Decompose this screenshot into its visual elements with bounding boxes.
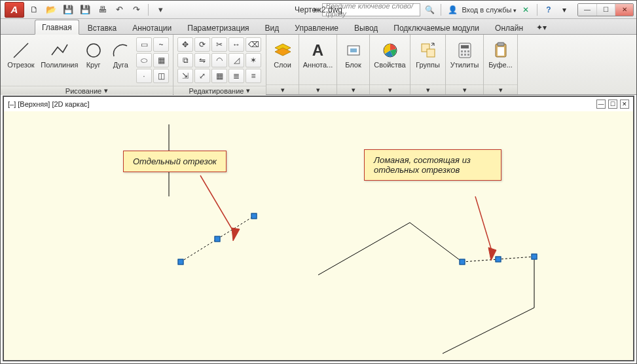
viewport-header: [–] [Верхняя] [2D каркас] — ☐ ✕ <box>4 97 633 111</box>
color-wheel-icon <box>380 40 401 61</box>
svg-rect-5 <box>350 48 357 52</box>
svg-line-24 <box>443 308 534 354</box>
minimize-button[interactable]: — <box>578 4 596 16</box>
svg-rect-16 <box>467 54 469 56</box>
saveas-icon[interactable]: 💾 <box>78 3 92 17</box>
sep <box>537 4 537 16</box>
tab-insert[interactable]: Вставка <box>81 20 124 35</box>
grip[interactable] <box>460 259 465 265</box>
groups-label: Группы <box>416 61 440 69</box>
open-icon[interactable]: 📂 <box>44 3 58 17</box>
maximize-button[interactable]: ☐ <box>596 4 615 16</box>
panel-title-annot: ▾ <box>299 84 337 94</box>
layers-button[interactable]: Слои <box>270 37 295 82</box>
panel-title-block: ▾ <box>337 84 369 94</box>
rotate-icon[interactable]: ⟳ <box>194 37 210 52</box>
tab-plugins[interactable]: Подключаемые модули <box>386 20 486 35</box>
block-label: Блок <box>345 61 361 69</box>
grip[interactable] <box>251 213 257 219</box>
arc-icon <box>110 40 131 61</box>
draw-small-tools: ▭ ~ ⬭ ▦ · ◫ <box>136 37 169 83</box>
drawing-canvas[interactable]: Отдельный отрезок Ломаная, состоящая из … <box>4 111 633 360</box>
explode-icon[interactable]: ✶ <box>246 53 261 67</box>
polyline-button[interactable]: Полилиния <box>41 37 78 82</box>
tab-output[interactable]: Вывод <box>347 20 385 35</box>
erase-icon[interactable]: ⌫ <box>246 37 261 52</box>
group-icon <box>418 40 439 61</box>
hatch-icon[interactable]: ▦ <box>153 53 169 67</box>
binoculars-icon[interactable]: 🔍 <box>423 3 436 16</box>
circle-button[interactable]: Круг <box>82 37 105 82</box>
fillet-icon[interactable]: ◠ <box>211 53 227 67</box>
app-logo[interactable]: A <box>5 2 24 18</box>
align-icon[interactable]: ≡ <box>246 69 261 83</box>
tab-view[interactable]: Вид <box>258 20 287 35</box>
offset-icon[interactable]: ≣ <box>228 69 244 83</box>
undo-icon[interactable]: ↶ <box>112 3 126 17</box>
scale-icon[interactable]: ⤢ <box>194 69 210 83</box>
help-dropdown-icon[interactable]: ▾ <box>558 3 571 16</box>
exchange-icon[interactable]: ✕ <box>519 3 532 16</box>
new-icon[interactable]: 🗋 <box>27 3 41 17</box>
panel-title-draw[interactable]: Рисование▾ <box>1 86 173 95</box>
point-icon[interactable]: · <box>136 69 152 83</box>
rectangle-icon[interactable]: ▭ <box>136 37 152 52</box>
svg-line-28 <box>475 196 492 253</box>
annotation-button[interactable]: A Аннота... <box>303 37 333 82</box>
viewport-min-icon[interactable]: — <box>596 100 606 109</box>
line-button[interactable]: Отрезок <box>5 37 37 82</box>
tab-manage[interactable]: Управление <box>287 20 346 35</box>
polyline-label: Полилиния <box>41 61 78 69</box>
block-button[interactable]: Блок <box>341 37 365 82</box>
svg-rect-15 <box>464 54 466 56</box>
qat-separator <box>148 4 149 16</box>
trim-icon[interactable]: ✂ <box>211 37 227 52</box>
arc-button[interactable]: Дуга <box>109 37 132 82</box>
svg-rect-8 <box>427 49 435 57</box>
viewport-label[interactable]: [–] [Верхняя] [2D каркас] <box>8 100 90 108</box>
login-label[interactable]: Вход в службы <box>462 6 517 14</box>
help-icon[interactable]: ? <box>542 3 555 16</box>
ellipse-icon[interactable]: ⬭ <box>136 53 152 67</box>
tab-annotations[interactable]: Аннотации <box>125 20 179 35</box>
stretch-icon[interactable]: ⇲ <box>177 69 193 83</box>
region-icon[interactable]: ◫ <box>153 69 169 83</box>
document-title: Чертеж2.dwg <box>295 5 342 14</box>
chevron-down-icon: ▾ <box>104 86 108 95</box>
redo-icon[interactable]: ↷ <box>129 3 143 17</box>
drawing-svg <box>4 111 633 360</box>
viewport-close-icon[interactable]: ✕ <box>620 100 629 109</box>
save-icon[interactable]: 💾 <box>61 3 75 17</box>
titlebar: A 🗋 📂 💾 💾 🖶 ↶ ↷ ▾ Чертеж2.dwg ▸ Введите … <box>1 1 636 19</box>
tab-online[interactable]: Онлайн <box>488 20 530 35</box>
clipboard-label: Буфе... <box>488 61 513 69</box>
properties-button[interactable]: Свойства <box>374 37 406 82</box>
grip[interactable] <box>178 259 184 265</box>
move-icon[interactable]: ✥ <box>177 37 193 52</box>
clipboard-button[interactable]: Буфе... <box>488 37 513 82</box>
print-icon[interactable]: 🖶 <box>95 3 109 17</box>
properties-label: Свойства <box>374 61 405 69</box>
spline-icon[interactable]: ~ <box>153 37 169 52</box>
viewport-max-icon[interactable]: ☐ <box>608 100 617 109</box>
grip[interactable] <box>532 254 537 260</box>
copy-icon[interactable]: ⧉ <box>177 53 193 67</box>
line-label: Отрезок <box>7 61 34 69</box>
svg-line-0 <box>14 43 28 58</box>
block-icon <box>343 40 364 61</box>
tab-parametric[interactable]: Параметризация <box>180 20 256 35</box>
chamfer-icon[interactable]: ◿ <box>228 53 244 67</box>
close-button[interactable]: ✕ <box>615 4 633 16</box>
qat-dropdown-icon[interactable]: ▾ <box>153 3 168 17</box>
tab-expand-icon[interactable]: ✦▾ <box>532 20 551 35</box>
panel-title-modify[interactable]: Редактирование▾ <box>173 86 266 95</box>
utils-button[interactable]: Утилиты <box>450 37 479 82</box>
tab-home[interactable]: Главная <box>35 20 79 35</box>
annotation-label: Аннота... <box>303 61 333 69</box>
array-icon[interactable]: ▦ <box>211 69 227 83</box>
extend-icon[interactable]: ↔ <box>228 37 244 52</box>
grip[interactable] <box>496 257 501 263</box>
mirror-icon[interactable]: ⇋ <box>194 53 210 67</box>
grip[interactable] <box>215 236 221 242</box>
groups-button[interactable]: Группы <box>414 37 441 82</box>
